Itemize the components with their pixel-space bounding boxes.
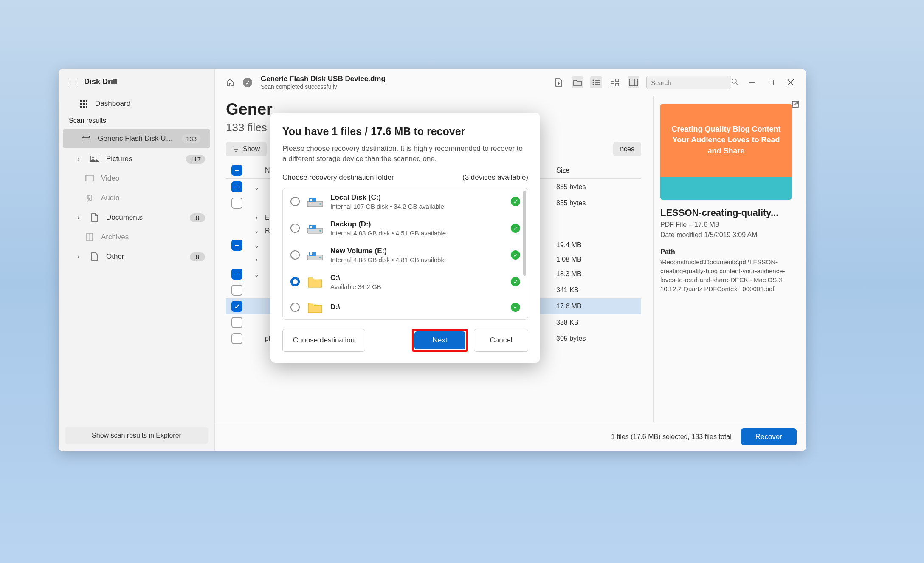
destination-radio[interactable] xyxy=(290,303,300,312)
menu-icon[interactable] xyxy=(69,79,77,85)
row-checkbox[interactable] xyxy=(231,301,242,312)
search-input[interactable] xyxy=(646,76,731,89)
svg-rect-27 xyxy=(629,79,638,86)
row-size: 17.6 MB xyxy=(556,303,616,310)
svg-rect-32 xyxy=(769,80,774,85)
folder-icon xyxy=(307,300,324,314)
svg-rect-23 xyxy=(611,79,614,82)
choose-label: Choose recovery destination folder xyxy=(282,173,394,182)
file-preview: Creating Quality Blog Content Your Audie… xyxy=(660,104,792,200)
destination-name: New Volume (E:) xyxy=(330,247,504,255)
devices-count: (3 devices available) xyxy=(462,173,528,182)
image-icon xyxy=(90,154,99,164)
expand-toggle[interactable]: ⌄ xyxy=(248,270,265,278)
file-add-icon[interactable] xyxy=(553,76,565,88)
sidebar-item-other[interactable]: › Other 8 xyxy=(59,247,214,266)
sidebar: Disk Drill Dashboard Scan results Generi… xyxy=(59,69,215,451)
open-external-icon[interactable] xyxy=(792,100,799,110)
status-check-icon: ✓ xyxy=(243,78,252,87)
chevron-right-icon: › xyxy=(77,213,83,222)
destination-radio[interactable] xyxy=(290,197,300,206)
folder-icon[interactable] xyxy=(572,76,583,88)
row-size: 341 KB xyxy=(556,286,616,294)
destination-item[interactable]: D:\✓ xyxy=(283,295,528,319)
destination-sub: Internal 4.88 GB disk • 4.51 GB availabl… xyxy=(330,229,504,237)
destination-name: Local Disk (C:) xyxy=(330,193,504,202)
svg-point-11 xyxy=(92,157,94,158)
destination-item[interactable]: C:\Available 34.2 GB✓ xyxy=(283,269,528,295)
maximize-button[interactable] xyxy=(765,76,777,88)
list-view-icon[interactable] xyxy=(590,76,602,88)
svg-rect-7 xyxy=(83,106,85,108)
disk-icon xyxy=(82,134,91,143)
destination-item[interactable]: Local Disk (C:)Internal 107 GB disk • 34… xyxy=(283,188,528,215)
expand-toggle[interactable]: › xyxy=(248,256,265,263)
filter-show[interactable]: Show xyxy=(226,142,267,156)
svg-rect-8 xyxy=(86,106,87,108)
destination-name: D:\ xyxy=(330,303,504,311)
row-size: 855 bytes xyxy=(556,199,616,207)
row-checkbox[interactable] xyxy=(231,317,242,328)
expand-toggle[interactable]: ⌄ xyxy=(248,241,265,249)
filter-chances[interactable]: nces xyxy=(613,142,641,156)
destination-list[interactable]: Local Disk (C:)Internal 107 GB disk • 34… xyxy=(282,188,528,320)
next-button[interactable]: Next xyxy=(414,331,465,349)
svg-point-21 xyxy=(593,84,594,85)
svg-rect-24 xyxy=(616,79,619,82)
sidebar-item-archives[interactable]: Archives xyxy=(59,227,214,247)
panel-toggle-icon[interactable] xyxy=(628,76,639,88)
check-icon: ✓ xyxy=(511,250,520,260)
destination-radio[interactable] xyxy=(290,277,300,286)
destination-radio[interactable] xyxy=(290,224,300,233)
sidebar-item-audio[interactable]: Audio xyxy=(59,188,214,208)
grid-icon xyxy=(79,99,88,108)
row-checkbox[interactable] xyxy=(231,333,242,344)
svg-rect-49 xyxy=(310,252,312,255)
sidebar-item-pictures[interactable]: › Pictures 117 xyxy=(59,149,214,169)
select-all-checkbox[interactable] xyxy=(231,165,242,176)
destination-item[interactable]: Backup (D:)Internal 4.88 GB disk • 4.51 … xyxy=(283,215,528,242)
destination-item[interactable]: New Volume (E:)Internal 4.88 GB disk • 4… xyxy=(283,242,528,269)
sidebar-item-video[interactable]: Video xyxy=(59,169,214,188)
svg-rect-2 xyxy=(86,100,87,102)
sidebar-item-device[interactable]: Generic Flash Disk USB... 133 xyxy=(63,129,210,148)
archive-icon xyxy=(85,232,94,242)
check-icon: ✓ xyxy=(511,277,520,286)
expand-toggle[interactable]: ⌄ xyxy=(248,183,265,191)
sidebar-item-documents[interactable]: › Documents 8 xyxy=(59,208,214,227)
grid-view-icon[interactable] xyxy=(609,76,621,88)
sidebar-dashboard[interactable]: Dashboard xyxy=(59,94,214,113)
destination-sub: Internal 107 GB disk • 34.2 GB available xyxy=(330,203,504,210)
home-icon[interactable] xyxy=(224,76,236,88)
svg-rect-45 xyxy=(310,226,312,228)
svg-point-17 xyxy=(593,80,594,81)
close-button[interactable] xyxy=(785,76,797,88)
row-size: 1.08 MB xyxy=(556,256,616,263)
check-icon: ✓ xyxy=(511,224,520,233)
choose-destination-button[interactable]: Choose destination xyxy=(282,329,365,352)
destination-sub: Available 34.2 GB xyxy=(330,283,504,290)
svg-rect-6 xyxy=(80,106,82,108)
row-size: 19.4 MB xyxy=(556,241,616,249)
row-checkbox[interactable] xyxy=(231,269,242,280)
row-checkbox[interactable] xyxy=(231,198,242,209)
svg-point-29 xyxy=(732,79,736,83)
row-checkbox[interactable] xyxy=(231,240,242,251)
row-size: 855 bytes xyxy=(556,183,616,191)
recover-button[interactable]: Recover xyxy=(741,428,797,445)
svg-rect-25 xyxy=(611,83,614,86)
svg-rect-14 xyxy=(93,175,94,181)
expand-toggle[interactable]: › xyxy=(248,214,265,221)
scrollbar[interactable] xyxy=(523,191,526,276)
row-checkbox[interactable] xyxy=(231,181,242,192)
destination-radio[interactable] xyxy=(290,250,300,260)
cancel-button[interactable]: Cancel xyxy=(474,329,528,352)
app-title: Disk Drill xyxy=(84,77,117,86)
minimize-button[interactable] xyxy=(746,76,758,88)
details-meta: PDF File – 17.6 MB xyxy=(660,221,799,229)
footer-bar: 1 files (17.6 MB) selected, 133 files to… xyxy=(215,422,806,451)
destination-name: Backup (D:) xyxy=(330,220,504,229)
row-checkbox[interactable] xyxy=(231,285,242,296)
show-in-explorer-button[interactable]: Show scan results in Explorer xyxy=(65,427,208,444)
expand-toggle[interactable]: ⌄ xyxy=(248,226,265,235)
